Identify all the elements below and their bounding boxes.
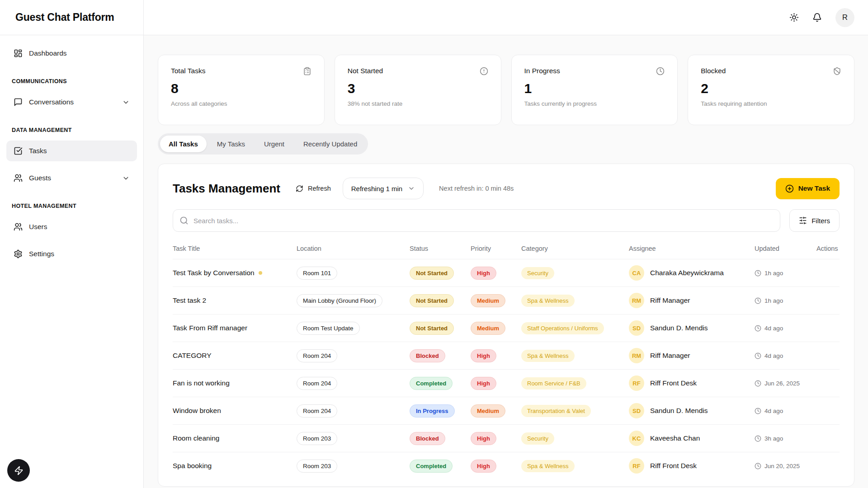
column-header-status: Status bbox=[410, 245, 471, 252]
sidebar-item-guests[interactable]: Guests bbox=[6, 168, 137, 188]
tab-urgent[interactable]: Urgent bbox=[255, 136, 293, 152]
column-header-actions: Actions bbox=[816, 245, 840, 252]
assignee-avatar: CA bbox=[629, 265, 644, 281]
task-title: Window broken bbox=[173, 407, 221, 415]
category-pill: Staff Operations / Uniforms bbox=[521, 322, 604, 334]
table-row[interactable]: Room cleaning Room 203 Blocked High Secu… bbox=[173, 424, 840, 452]
sidebar-section-hotel-management: HOTEL MANAGEMENT bbox=[6, 203, 137, 209]
table-row[interactable]: Window broken Room 204 In Progress Mediu… bbox=[173, 397, 840, 424]
quick-actions-fab[interactable] bbox=[7, 459, 30, 482]
clock-icon bbox=[755, 380, 761, 387]
location-pill: Room Test Update bbox=[297, 322, 360, 335]
category-pill: Security bbox=[521, 432, 554, 445]
task-title-cell: Test Task by Conversation bbox=[173, 269, 297, 277]
category-pill: Transportation & Valet bbox=[521, 405, 591, 417]
next-refresh-countdown: Next refresh in: 0 min 48s bbox=[439, 185, 514, 192]
tab-my-tasks[interactable]: My Tasks bbox=[208, 136, 254, 152]
priority-cell: Medium bbox=[471, 322, 521, 335]
plus-circle-icon bbox=[785, 184, 794, 193]
theme-toggle-button[interactable] bbox=[789, 13, 799, 22]
notifications-button[interactable] bbox=[812, 13, 822, 22]
status-cell: Blocked bbox=[410, 432, 471, 445]
updated-cell: 4d ago bbox=[755, 352, 816, 359]
assignee-avatar: RM bbox=[629, 293, 644, 308]
status-cell: Not Started bbox=[410, 267, 471, 280]
avatar-initial: R bbox=[842, 13, 848, 22]
assignee-name: Riff Manager bbox=[650, 352, 690, 360]
priority-pill: High bbox=[471, 349, 496, 362]
app-title: Guest Chat Platform bbox=[15, 11, 114, 23]
stat-subtitle: Tasks currently in progress bbox=[524, 100, 665, 107]
priority-pill: High bbox=[471, 432, 496, 445]
table-row[interactable]: Task From Riff manager Room Test Update … bbox=[173, 314, 840, 342]
assignee-cell: SD Sandun D. Mendis bbox=[629, 403, 755, 418]
table-row[interactable]: Test Task by Conversation Room 101 Not S… bbox=[173, 259, 840, 286]
assignee-name: Charaka Abeywickrama bbox=[650, 269, 724, 277]
stat-value: 3 bbox=[348, 81, 488, 96]
column-header-assignee: Assignee bbox=[629, 245, 755, 252]
priority-pill: Medium bbox=[471, 322, 505, 335]
table-row[interactable]: CATEGORY Room 204 Blocked High Spa & Wel… bbox=[173, 342, 840, 369]
user-avatar[interactable]: R bbox=[835, 8, 854, 27]
search-icon bbox=[179, 216, 189, 225]
stat-value: 1 bbox=[524, 81, 665, 96]
sidebar-item-tasks[interactable]: Tasks bbox=[6, 141, 137, 161]
sidebar-item-dashboards[interactable]: Dashboards bbox=[6, 43, 137, 64]
status-cell: In Progress bbox=[410, 404, 471, 418]
priority-cell: High bbox=[471, 460, 521, 473]
location-pill: Room 101 bbox=[297, 267, 337, 280]
dashboard-icon bbox=[14, 49, 23, 58]
table-row[interactable]: Fan is not working Room 204 Completed Hi… bbox=[173, 369, 840, 397]
shield-off-icon bbox=[833, 67, 841, 75]
sun-icon bbox=[789, 13, 799, 22]
category-pill: Security bbox=[521, 267, 554, 279]
location-cell: Room 204 bbox=[297, 349, 410, 362]
task-title-cell: Window broken bbox=[173, 407, 297, 415]
category-cell: Spa & Wellness bbox=[521, 350, 629, 362]
refresh-button[interactable]: Refresh bbox=[296, 185, 331, 192]
status-cell: Completed bbox=[410, 377, 471, 390]
task-title-cell: Room cleaning bbox=[173, 434, 297, 442]
sidebar-item-label: Settings bbox=[29, 250, 54, 258]
priority-cell: High bbox=[471, 267, 521, 280]
sidebar-item-label: Users bbox=[29, 223, 47, 231]
assignee-cell: RM Riff Manager bbox=[629, 293, 755, 308]
table-row[interactable]: Test task 2 Main Lobby (Ground Floor) No… bbox=[173, 286, 840, 314]
assignee-name: Sandun D. Mendis bbox=[650, 324, 708, 332]
task-title-cell: CATEGORY bbox=[173, 352, 297, 360]
bell-icon bbox=[812, 13, 822, 22]
category-pill: Spa & Wellness bbox=[521, 295, 575, 307]
stat-card-not-started: Not Started 3 38% not started rate bbox=[335, 55, 501, 125]
clipboard-icon bbox=[303, 67, 311, 75]
task-title-cell: Spa booking bbox=[173, 462, 297, 470]
category-pill: Spa & Wellness bbox=[521, 460, 575, 472]
task-title: Test Task by Conversation bbox=[173, 269, 255, 277]
assignee-avatar: KC bbox=[629, 431, 644, 446]
chevron-down-icon bbox=[408, 185, 415, 192]
status-pill: Completed bbox=[410, 377, 453, 390]
new-task-button[interactable]: New Task bbox=[776, 178, 840, 199]
updated-cell: 1h ago bbox=[755, 297, 816, 304]
priority-pill: Medium bbox=[471, 294, 505, 307]
updated-cell: Jun 20, 2025 bbox=[755, 463, 816, 469]
search-input[interactable] bbox=[173, 209, 780, 232]
table-row[interactable]: Spa booking Room 203 Completed High Spa … bbox=[173, 452, 840, 479]
tab-recently-updated[interactable]: Recently Updated bbox=[295, 136, 366, 152]
refresh-interval-select[interactable]: Refreshing 1 min bbox=[343, 178, 424, 199]
status-pill: In Progress bbox=[410, 404, 455, 418]
tab-all-tasks[interactable]: All Tasks bbox=[160, 136, 207, 152]
task-title: Spa booking bbox=[173, 462, 212, 470]
sidebar-item-settings[interactable]: Settings bbox=[6, 244, 137, 264]
tasks-panel-header: Tasks Management Refresh Refreshing 1 mi… bbox=[173, 178, 840, 199]
filters-label: Filters bbox=[811, 217, 830, 225]
updated-cell: 4d ago bbox=[755, 325, 816, 332]
assignee-avatar: RF bbox=[629, 458, 644, 474]
updated-text: 4d ago bbox=[764, 352, 783, 359]
status-pill: Not Started bbox=[410, 322, 454, 335]
location-pill: Room 203 bbox=[297, 432, 337, 445]
main-content: Total Tasks 8 Across all categories Not … bbox=[144, 35, 868, 488]
column-header-task-title: Task Title bbox=[173, 245, 297, 252]
sidebar-item-users[interactable]: Users bbox=[6, 216, 137, 237]
filters-button[interactable]: Filters bbox=[789, 209, 840, 232]
sidebar-item-conversations[interactable]: Conversations bbox=[6, 92, 137, 113]
